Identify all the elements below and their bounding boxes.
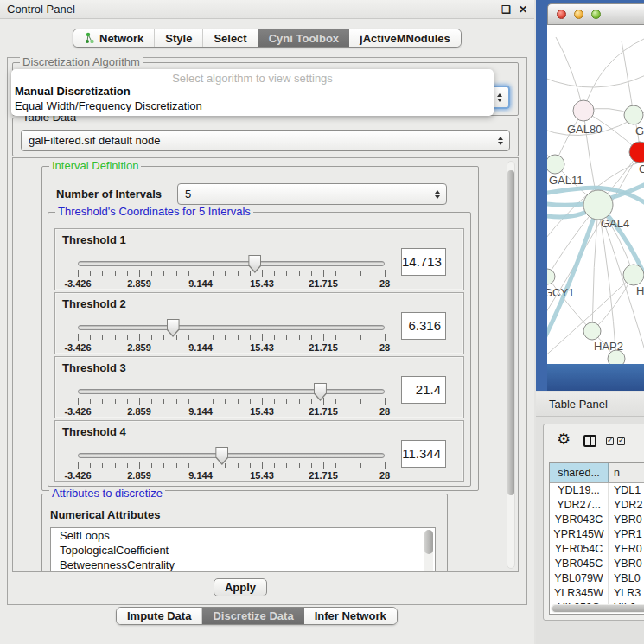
slider-tick (323, 270, 324, 277)
network-node-hap2[interactable] (583, 322, 601, 340)
tab-network[interactable]: Network (73, 29, 155, 47)
table-cell[interactable]: YLR3 (609, 586, 644, 601)
threshold-value-field[interactable]: 6.316 (401, 312, 446, 340)
network-node-label: GCY1 (547, 286, 574, 299)
slider-tick-label: 21.715 (309, 470, 338, 481)
tab-select[interactable]: Select (203, 29, 258, 47)
network-node-label: HAP2 (594, 340, 623, 353)
settings-vertical-scrollbar[interactable] (507, 161, 515, 569)
network-edge (556, 37, 583, 111)
threshold-value-field[interactable]: 14.713 (401, 248, 446, 276)
table-data-combobox[interactable]: galFiltered.sif default node (21, 130, 510, 151)
attributes-group-title: Attributes to discretize (49, 488, 165, 500)
slider-tick (385, 334, 386, 341)
attribute-list-item-topologicalcoefficient[interactable]: TopologicalCoefficient (51, 543, 435, 558)
slider-thumb[interactable] (167, 319, 180, 337)
network-node-gal80[interactable] (573, 100, 594, 121)
threshold-slider[interactable]: -3.4262.8599.14415.4321.71528 (78, 229, 386, 291)
slider-thumb[interactable] (215, 447, 228, 465)
threshold-value-field[interactable]: 21.4 (401, 376, 446, 404)
threshold-slider[interactable]: -3.4262.8599.14415.4321.71528 (78, 293, 386, 355)
settings-gear-icon[interactable]: ⚙ (557, 431, 571, 447)
table-cell[interactable]: YBR045C (550, 557, 609, 571)
number-of-intervals-combobox[interactable]: 5 (177, 183, 447, 205)
table-cell[interactable]: YPR1 (609, 527, 644, 542)
table-horizontal-scrollbar[interactable] (551, 604, 644, 613)
network-node-gal11[interactable] (547, 155, 564, 174)
tab-jactivemnodules[interactable]: jActiveMNodules (349, 29, 461, 47)
float-window-icon[interactable]: ❑ (501, 4, 511, 15)
slider-tick (286, 335, 287, 340)
slider-tick-label: 28 (379, 278, 390, 289)
table-row[interactable]: YDR27...YDR2 (550, 498, 644, 513)
table-cell[interactable]: YBR043C (550, 513, 609, 527)
zoom-traffic-light-icon[interactable] (591, 10, 601, 19)
interval-definition-group-title: Interval Definition (49, 160, 141, 172)
table-cell[interactable]: YER0 (609, 542, 644, 557)
column-header-n[interactable]: n (609, 463, 644, 482)
minimize-traffic-light-icon[interactable] (574, 10, 583, 19)
table-cell[interactable]: YDL19... (550, 483, 609, 498)
network-node-h[interactable] (623, 265, 644, 285)
slider-tick (238, 463, 239, 468)
table-cell[interactable]: YBR0 (609, 557, 644, 571)
table-horizontal-scrollbar-thumb[interactable] (552, 605, 644, 612)
slider-thumb[interactable] (248, 255, 261, 273)
network-node-gcy1[interactable] (547, 269, 555, 284)
table-row[interactable]: YDL19...YDL1 (550, 483, 644, 498)
dropdown-option-manual-discretization[interactable]: Manual Discretization (11, 84, 494, 99)
table-cell[interactable]: YDR2 (609, 498, 644, 513)
table-cell[interactable]: YLR345W (550, 586, 609, 601)
split-columns-icon[interactable] (583, 435, 596, 447)
slider-thumb[interactable] (314, 383, 327, 401)
table-row[interactable]: YBR043CYBR0 (550, 513, 644, 527)
table-cell[interactable]: YER054C (550, 542, 609, 557)
tab-discretize-data[interactable]: Discretize Data (202, 608, 303, 624)
slider-tick (286, 399, 287, 404)
checkbox-icon[interactable] (606, 437, 614, 445)
table-row[interactable]: YER054CYER0 (550, 542, 644, 557)
table-row[interactable]: YLR345WYLR3 (550, 586, 644, 601)
attribute-list-item-selfloops[interactable]: SelfLoops (51, 528, 435, 543)
table-cell[interactable]: YBL0 (609, 571, 644, 586)
slider-tick (262, 462, 263, 469)
slider-tick (139, 270, 140, 277)
network-node-gal4[interactable] (583, 190, 613, 220)
table-cell[interactable]: YDL1 (609, 483, 644, 498)
tab-infer-network[interactable]: Infer Network (304, 608, 397, 624)
close-traffic-light-icon[interactable] (557, 10, 566, 19)
numerical-attributes-list[interactable]: SelfLoopsTopologicalCoefficientBetweenne… (50, 527, 436, 572)
number-of-intervals-label: Number of Intervals (56, 184, 162, 205)
table-row[interactable]: YBL079WYBL0 (550, 571, 644, 586)
table-row[interactable]: YPR145WYPR1 (550, 527, 644, 542)
dropdown-option-equal-width-frequency-discretization[interactable]: Equal Width/Frequency Discretization (11, 99, 494, 113)
table-cell[interactable]: YDR27... (550, 498, 609, 513)
attribute-list-item-betweennesscentrality[interactable]: BetweennessCentrality (51, 558, 435, 572)
settings-vertical-scrollbar-thumb[interactable] (507, 170, 514, 495)
tab-style[interactable]: Style (155, 29, 203, 47)
slider-tick (213, 399, 214, 404)
slider-tick (90, 399, 91, 404)
table-cell[interactable]: YPR145W (550, 527, 609, 542)
apply-button[interactable]: Apply (214, 578, 267, 596)
slider-tick (323, 334, 324, 341)
slider-tick (335, 399, 336, 404)
slider-tick (188, 399, 189, 404)
attributes-list-scrollbar[interactable] (424, 530, 433, 572)
slider-tick (286, 271, 287, 276)
threshold-slider[interactable]: -3.4262.8599.14415.4321.71528 (78, 357, 386, 419)
checkbox-icon[interactable] (617, 437, 625, 445)
tab-cyni-toolbox[interactable]: Cyni Toolbox (258, 29, 349, 47)
tab-impute-data[interactable]: Impute Data (117, 608, 202, 624)
table-cell[interactable]: YBL079W (550, 571, 609, 586)
column-header-shared[interactable]: shared... (550, 463, 609, 482)
threshold-value-field[interactable]: 11.344 (401, 440, 446, 468)
threshold-slider[interactable]: -3.4262.8599.14415.4321.71528 (78, 421, 386, 483)
network-canvas[interactable]: GAL80GCGAL11GAL4GCY1HHAP2 (547, 25, 644, 364)
network-node-g[interactable] (624, 105, 643, 124)
table-row[interactable]: YBR045CYBR0 (550, 557, 644, 571)
slider-tick (274, 463, 275, 468)
table-cell[interactable]: YBR0 (609, 513, 644, 527)
attributes-list-scrollbar-thumb[interactable] (424, 530, 433, 554)
close-window-icon[interactable]: ✕ (519, 4, 527, 15)
